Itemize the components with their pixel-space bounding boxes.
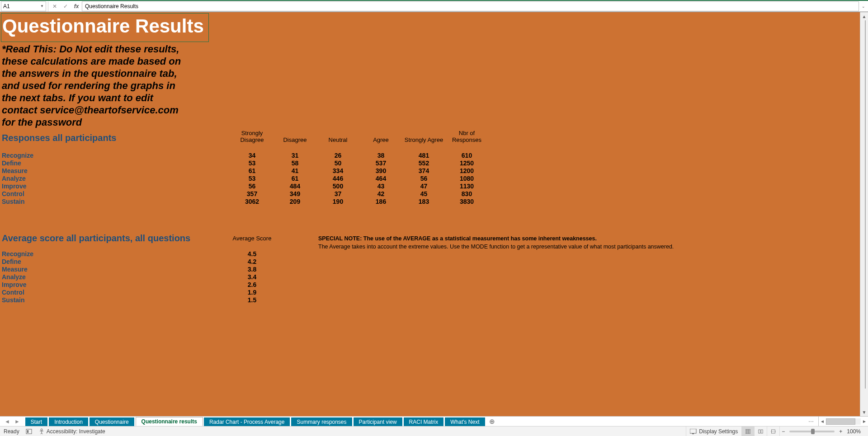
sheet-tab[interactable]: RACI Matrix [404, 417, 444, 426]
cell-value: 537 [359, 159, 402, 167]
cell-value: 481 [402, 151, 445, 159]
cell-value: 4.2 [231, 258, 274, 265]
cell-value: 3.8 [231, 265, 274, 273]
vertical-scrollbar[interactable]: ▲ ▼ [860, 12, 868, 416]
table-row: Control1.9 [0, 288, 674, 296]
table-row: Improve5648450043471130 [0, 182, 488, 190]
display-settings-button[interactable]: Display Settings [686, 427, 741, 436]
col-header-disagree: Disagree [274, 136, 316, 143]
cell-value: 484 [274, 182, 316, 190]
svg-rect-12 [772, 430, 775, 433]
table-row: Measure61413343903741200 [0, 167, 488, 174]
hscroll-left-icon[interactable]: ◄ [819, 419, 826, 424]
zoom-level[interactable]: 100% [844, 427, 864, 436]
selected-cell-a1[interactable]: Questionnaire Results [1, 13, 209, 42]
svg-rect-10 [759, 430, 760, 433]
responses-block: Responses all participants Strongly Nbr … [0, 130, 860, 205]
sheet-tab[interactable]: Questionnaire [90, 417, 135, 426]
col-header-strongly-agree: Strongly Agree [402, 136, 445, 143]
normal-view-icon [745, 429, 750, 434]
tab-options-icon[interactable]: ⋯ [805, 417, 818, 426]
cell-value: 38 [359, 151, 402, 159]
scroll-thumb[interactable] [865, 20, 866, 389]
zoom-out-button[interactable]: − [779, 427, 787, 436]
tab-nav-next-icon[interactable]: ► [14, 418, 20, 425]
sheet-tab[interactable]: Radar Chart - Process Average [204, 417, 291, 426]
tab-nav-prev-icon[interactable]: ◄ [5, 418, 10, 425]
cell-value: 830 [445, 190, 488, 197]
horizontal-scrollbar[interactable]: ◄ ► [818, 417, 868, 426]
sheet-area[interactable]: Questionnaire Results *Read This: Do Not… [0, 12, 860, 416]
sheet-tab-bar: ◄ ► StartIntroductionQuestionnaireQuesti… [0, 416, 868, 426]
table-row: Control357349374245830 [0, 190, 488, 197]
page-layout-view-button[interactable] [754, 427, 767, 436]
avg-note-bold: SPECIAL NOTE: The use of the AVERAGE as … [318, 235, 597, 242]
cell-value: 1.9 [231, 288, 274, 296]
scroll-down-icon[interactable]: ▼ [861, 408, 868, 416]
cell-value: 374 [402, 167, 445, 174]
name-box-dropdown-icon[interactable]: ▼ [40, 4, 44, 8]
zoom-slider[interactable] [789, 431, 835, 432]
accessibility-icon [38, 428, 45, 435]
insert-function-icon[interactable]: fx [71, 1, 82, 11]
cell-value: 45 [402, 190, 445, 197]
table-row: Measure3.8 [0, 265, 674, 273]
sheet-tab[interactable]: Questionnaire results [136, 417, 203, 426]
col-header-strongly-disagree-l2: Disagree [231, 136, 274, 143]
name-box[interactable]: A1 ▼ [1, 1, 46, 11]
normal-view-button[interactable] [741, 427, 754, 436]
display-settings-icon [690, 429, 697, 434]
cell-value: 183 [402, 197, 445, 205]
row-label: Analyze [0, 273, 231, 281]
sheet-tab[interactable]: Participant view [354, 417, 403, 426]
cell-value: 357 [231, 190, 274, 197]
workspace: Questionnaire Results *Read This: Do Not… [0, 12, 868, 416]
page-break-view-button[interactable] [767, 427, 779, 436]
cell-value: 3.4 [231, 273, 274, 281]
row-label: Recognize [0, 250, 231, 258]
cell-value: 37 [316, 190, 359, 197]
sheet-tab[interactable]: Start [25, 417, 48, 426]
sheet-tab[interactable]: Introduction [49, 417, 89, 426]
tab-nav: ◄ ► [0, 417, 24, 426]
cell-value: 3062 [231, 197, 274, 205]
formula-input[interactable]: Questionnaire Results [82, 1, 859, 11]
scroll-up-icon[interactable]: ▲ [861, 12, 868, 20]
responses-table: Responses all participants Strongly Nbr … [0, 130, 488, 205]
col-header-agree: Agree [359, 136, 402, 143]
cell-value: 1.5 [231, 296, 274, 304]
cell-value: 334 [316, 167, 359, 174]
cancel-icon[interactable]: ✕ [49, 1, 60, 11]
table-row: Recognize34312638481610 [0, 151, 488, 159]
table-row: Sustain1.5 [0, 296, 674, 304]
add-sheet-icon[interactable]: ⊕ [486, 417, 499, 426]
table-row: Define4.2 [0, 258, 674, 265]
row-label: Sustain [0, 197, 231, 205]
svg-rect-3 [690, 429, 696, 433]
divider [48, 1, 48, 11]
expand-formula-bar-icon[interactable]: ⌄ [859, 1, 868, 11]
name-box-value: A1 [3, 3, 10, 9]
table-row: Analyze5361446464561080 [0, 174, 488, 182]
formula-input-value: Questionnaire Results [85, 3, 138, 9]
row-label: Measure [0, 265, 231, 273]
row-label: Analyze [0, 174, 231, 182]
svg-rect-0 [26, 429, 32, 434]
sheet-tab[interactable]: What's Next [445, 417, 485, 426]
cell-value: 464 [359, 174, 402, 182]
zoom-slider-knob[interactable] [811, 429, 815, 434]
sheet-tab[interactable]: Summary responses [291, 417, 352, 426]
accessibility-status[interactable]: Accessibility: Investigate [38, 428, 105, 435]
zoom-in-button[interactable]: + [837, 427, 844, 436]
table-row: Sustain30622091901861833830 [0, 197, 488, 205]
enter-icon[interactable]: ✓ [60, 1, 71, 11]
cell-value: 26 [316, 151, 359, 159]
cell-value: 1250 [445, 159, 488, 167]
cell-value: 61 [274, 174, 316, 182]
hscroll-right-icon[interactable]: ► [861, 419, 868, 424]
macro-recorder-icon[interactable] [26, 428, 32, 435]
hscroll-thumb[interactable] [826, 418, 855, 425]
cell-value: 42 [359, 190, 402, 197]
accessibility-label: Accessibility: Investigate [47, 428, 105, 435]
row-label: Control [0, 190, 231, 197]
